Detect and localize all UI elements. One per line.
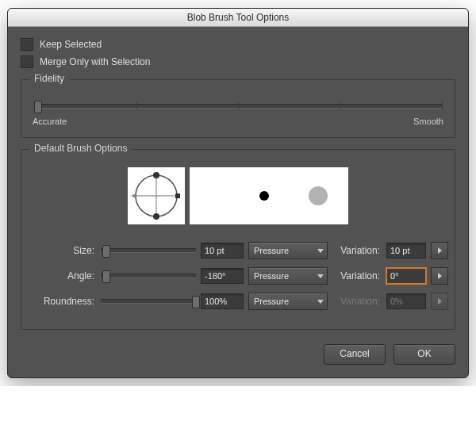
cancel-button[interactable]: Cancel (324, 344, 386, 365)
brush-preview (33, 167, 443, 224)
angle-label: Angle: (33, 270, 96, 281)
fidelity-ticks (34, 101, 442, 111)
chevron-down-icon (317, 249, 324, 253)
dialog-content: Keep Selected Merge Only with Selection … (8, 27, 468, 377)
roundness-control-value: Pressure (254, 297, 289, 306)
dialog-window: Blob Brush Tool Options Keep Selected Me… (7, 8, 469, 378)
chevron-right-icon (438, 298, 442, 304)
roundness-control-dropdown[interactable]: Pressure (248, 293, 328, 310)
fidelity-right-label: Smooth (413, 117, 443, 126)
dialog-footer: Cancel OK (21, 344, 455, 365)
fidelity-labels: Accurate Smooth (33, 117, 443, 126)
angle-preview[interactable] (128, 167, 185, 224)
fidelity-slider[interactable] (34, 104, 442, 109)
brush-options-title: Default Brush Options (29, 143, 132, 154)
size-row: Size: 10 pt Pressure Variation: 10 pt (33, 242, 443, 259)
keep-selected-checkbox[interactable] (21, 38, 33, 51)
fidelity-title: Fidelity (29, 73, 69, 84)
fidelity-thumb[interactable] (34, 101, 42, 113)
roundness-variation-stepper (431, 293, 448, 310)
keep-selected-label: Keep Selected (40, 39, 102, 50)
svg-rect-6 (175, 193, 180, 198)
size-control-dropdown[interactable]: Pressure (248, 242, 328, 259)
min-size-dot (259, 191, 269, 201)
size-variation-input[interactable]: 10 pt (386, 243, 426, 258)
window-title: Blob Brush Tool Options (187, 12, 290, 23)
svg-marker-2 (131, 193, 136, 198)
roundness-variation-label: Variation: (332, 296, 382, 307)
roundness-row: Roundness: 100% Pressure Variation: 0% (33, 293, 443, 310)
chevron-down-icon (317, 300, 324, 304)
angle-variation-label: Variation: (332, 270, 382, 281)
roundness-input[interactable]: 100% (201, 293, 244, 309)
merge-only-row: Merge Only with Selection (21, 56, 455, 68)
angle-control-value: Pressure (254, 271, 289, 281)
svg-point-5 (153, 213, 159, 220)
fidelity-left-label: Accurate (33, 117, 67, 126)
size-control-value: Pressure (254, 246, 289, 255)
max-size-dot (309, 186, 328, 205)
size-label: Size: (33, 245, 96, 256)
brush-options-group: Default Brush Options (21, 149, 455, 330)
shape-preview (190, 167, 348, 224)
size-variation-label: Variation: (332, 245, 382, 256)
angle-variation-input[interactable]: 0° (386, 268, 426, 284)
angle-slider-thumb[interactable] (102, 270, 110, 283)
chevron-right-icon (438, 247, 442, 254)
angle-variation-stepper[interactable] (431, 267, 448, 285)
title-bar: Blob Brush Tool Options (8, 9, 468, 27)
angle-row: Angle: -180° Pressure Variation: 0° (33, 267, 443, 285)
angle-preview-graphic (131, 170, 182, 221)
roundness-label: Roundness: (33, 296, 96, 307)
merge-only-label: Merge Only with Selection (40, 56, 150, 67)
ok-button[interactable]: OK (393, 344, 455, 365)
size-input[interactable]: 10 pt (201, 243, 244, 258)
size-slider-thumb[interactable] (102, 245, 110, 258)
size-slider[interactable] (101, 248, 196, 253)
svg-point-4 (153, 172, 159, 178)
angle-control-dropdown[interactable]: Pressure (248, 267, 328, 285)
angle-slider[interactable] (101, 274, 196, 278)
size-variation-stepper[interactable] (431, 242, 448, 259)
fidelity-group: Fidelity Accurate Smooth (21, 79, 455, 138)
keep-selected-row: Keep Selected (21, 38, 455, 51)
roundness-slider-thumb[interactable] (192, 296, 200, 308)
roundness-slider[interactable] (101, 299, 196, 304)
merge-only-checkbox[interactable] (21, 56, 33, 68)
chevron-down-icon (317, 274, 324, 278)
chevron-right-icon (438, 273, 442, 279)
roundness-variation-input: 0% (386, 293, 426, 309)
angle-input[interactable]: -180° (201, 268, 244, 284)
